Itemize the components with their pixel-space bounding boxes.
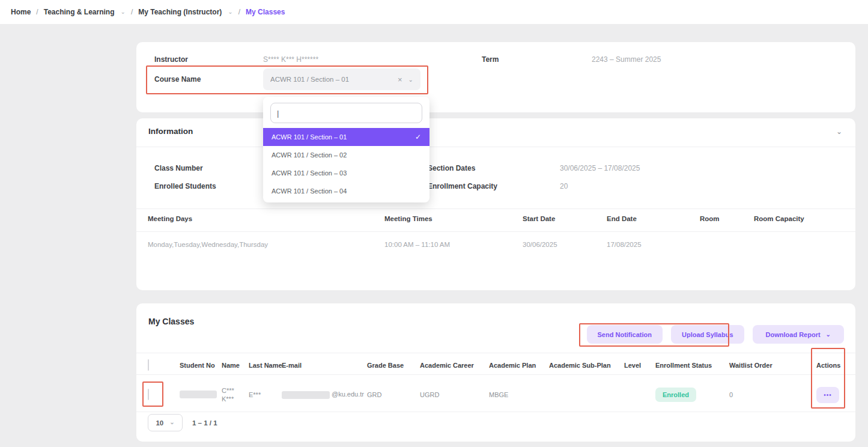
student-name-line2: K***	[222, 395, 234, 403]
information-card: Information ⌄ Class Number Section Dates…	[136, 118, 855, 290]
send-notification-label: Send Notification	[598, 331, 652, 338]
send-notification-button[interactable]: Send Notification	[587, 325, 663, 344]
course-search-input[interactable]: |	[270, 103, 422, 123]
dropdown-option-section-03[interactable]: ACWR 101 / Section – 03	[263, 164, 429, 182]
email-header: E-mail	[282, 362, 367, 369]
academic-career-cell: UGRD	[420, 391, 489, 398]
breadcrumb-my-classes[interactable]: My Classes	[246, 8, 285, 16]
chevron-down-icon[interactable]: ⌄	[836, 127, 842, 136]
end-date-header: End Date	[607, 215, 637, 222]
academic-career-header: Academic Career	[420, 362, 489, 369]
divider	[136, 231, 855, 232]
meeting-times-header: Meeting Times	[384, 215, 432, 222]
end-date-value: 17/08/2025	[607, 241, 642, 248]
student-name-cell: C*** K***	[222, 386, 249, 403]
grade-base-cell: GRD	[367, 391, 420, 398]
breadcrumb-home[interactable]: Home	[11, 8, 31, 16]
check-icon: ✓	[415, 128, 421, 146]
text-caret: |	[277, 109, 279, 118]
dropdown-option-label: ACWR 101 / Section – 04	[272, 182, 347, 200]
download-report-button[interactable]: Download Report ⌄	[753, 325, 844, 344]
course-selection-card: Instructor S**** K*** H****** Term 2243 …	[136, 42, 855, 112]
dropdown-option-section-02[interactable]: ACWR 101 / Section – 02	[263, 146, 429, 164]
enrolled-students-label: Enrolled Students	[154, 182, 216, 190]
instructor-label: Instructor	[154, 55, 188, 64]
chevron-down-icon: ⌄	[826, 331, 831, 338]
row-actions-button[interactable]: •••	[816, 387, 839, 403]
student-no-header: Student No	[180, 362, 222, 369]
breadcrumb-separator: /	[131, 8, 133, 16]
enrollment-capacity-label: Enrollment Capacity	[428, 182, 497, 190]
class-number-label: Class Number	[154, 164, 203, 172]
page-size-value: 10	[156, 419, 163, 427]
divider	[136, 147, 855, 147]
divider	[136, 374, 855, 375]
pagination: 10 ⌄ 1 – 1 / 1	[148, 414, 217, 431]
upload-syllabus-label: Upload Syllabus	[682, 331, 733, 338]
dropdown-option-label: ACWR 101 / Section – 03	[272, 164, 347, 182]
name-header: Name	[222, 362, 249, 369]
email-redacted	[282, 391, 330, 399]
divider	[136, 353, 855, 353]
term-value: 2243 – Summer 2025	[592, 55, 661, 64]
room-header: Room	[700, 215, 720, 222]
dropdown-option-label: ACWR 101 / Section – 01	[272, 128, 347, 146]
waitlist-order-cell: 0	[729, 391, 816, 398]
start-date-header: Start Date	[523, 215, 555, 222]
student-last-name-cell: E***	[249, 391, 282, 398]
page-range-label: 1 – 1 / 1	[192, 419, 217, 427]
chevron-down-icon: ⌄	[169, 419, 174, 425]
chevron-down-icon[interactable]: ⌄	[120, 8, 125, 15]
start-date-value: 30/06/2025	[523, 241, 557, 248]
breadcrumb-teaching-learning[interactable]: Teaching & Learning	[44, 8, 115, 16]
last-name-header: Last Name	[249, 362, 282, 369]
information-title: Information	[148, 127, 193, 136]
enrollment-status-header: Enrollment Status	[655, 362, 729, 369]
chevron-down-icon[interactable]: ⌄	[408, 76, 413, 83]
students-table-header: Student No Name Last Name E-mail Grade B…	[136, 356, 855, 374]
breadcrumb-my-teaching[interactable]: My Teaching (Instructor)	[138, 8, 222, 16]
my-classes-card: My Classes Send Notification Upload Syll…	[136, 303, 855, 442]
enrollment-capacity-value: 20	[560, 182, 568, 190]
meeting-days-header: Meeting Days	[148, 215, 192, 222]
clear-icon[interactable]: ×	[398, 75, 402, 84]
course-name-label: Course Name	[154, 75, 201, 84]
course-name-select[interactable]: ACWR 101 / Section – 01 × ⌄	[263, 68, 420, 90]
divider	[136, 412, 855, 412]
room-capacity-header: Room Capacity	[754, 215, 804, 222]
meeting-times-value: 10:00 AM – 11:10 AM	[384, 241, 450, 248]
page-size-select[interactable]: 10 ⌄	[148, 414, 183, 431]
dropdown-option-label: ACWR 101 / Section – 02	[272, 146, 347, 164]
section-dates-value: 30/06/2025 – 17/08/2025	[560, 164, 640, 172]
term-label: Term	[482, 55, 499, 64]
academic-plan-cell: MBGE	[489, 391, 549, 398]
row-checkbox[interactable]	[148, 389, 149, 400]
waitlist-order-header: Waitlist Order	[729, 362, 816, 369]
course-name-selected-value: ACWR 101 / Section – 01	[270, 76, 398, 83]
upload-syllabus-button[interactable]: Upload Syllabus	[671, 325, 744, 344]
dropdown-option-section-01[interactable]: ACWR 101 / Section – 01 ✓	[263, 128, 429, 146]
my-classes-title: My Classes	[148, 317, 194, 326]
academic-sub-plan-header: Academic Sub-Plan	[549, 362, 624, 369]
chevron-down-icon[interactable]: ⌄	[228, 8, 232, 15]
course-dropdown-panel: | ACWR 101 / Section – 01 ✓ ACWR 101 / S…	[263, 97, 429, 202]
student-no-redacted	[180, 391, 217, 398]
breadcrumb: Home / Teaching & Learning ⌄ / My Teachi…	[0, 0, 868, 24]
actions-header: Actions	[816, 362, 852, 369]
breadcrumb-separator: /	[238, 8, 240, 16]
academic-plan-header: Academic Plan	[489, 362, 549, 369]
select-all-checkbox[interactable]	[148, 359, 149, 371]
student-email-cell: @ku.edu.tr	[282, 391, 367, 399]
download-report-label: Download Report	[766, 331, 821, 338]
instructor-value: S**** K*** H******	[263, 55, 318, 64]
dropdown-option-section-04[interactable]: ACWR 101 / Section – 04	[263, 182, 429, 200]
meeting-days-value: Monday,Tuesday,Wednesday,Thursday	[148, 241, 268, 248]
level-header: Level	[624, 362, 655, 369]
student-name-line1: C***	[222, 387, 234, 394]
breadcrumb-separator: /	[36, 8, 38, 16]
grade-base-header: Grade Base	[367, 362, 420, 369]
email-domain: @ku.edu.tr	[332, 391, 364, 398]
student-table-row: C*** K*** E*** @ku.edu.tr GRD UGRD MBGE …	[136, 377, 855, 413]
my-classes-actions: Send Notification Upload Syllabus Downlo…	[587, 325, 844, 344]
enrollment-status-badge: Enrolled	[655, 388, 696, 402]
